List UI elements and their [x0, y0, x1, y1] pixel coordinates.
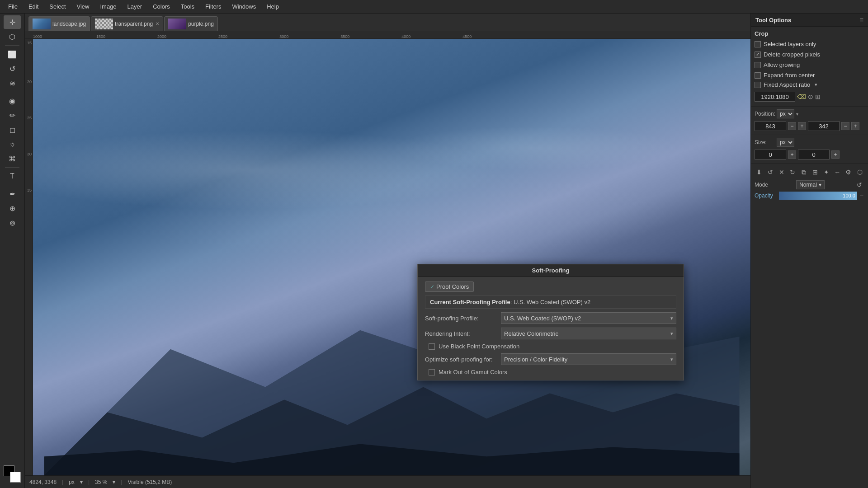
status-sep-3: | — [121, 479, 122, 485]
selected-layers-checkbox[interactable] — [755, 41, 761, 47]
size-h-input[interactable] — [798, 150, 830, 160]
download-icon[interactable]: ⬇ — [755, 167, 764, 177]
allow-growing-checkbox[interactable] — [755, 62, 761, 68]
size-unit-select[interactable]: px — [777, 138, 794, 147]
black-point-checkbox[interactable] — [429, 343, 435, 350]
tab-landscape[interactable]: landscape.jpg — [28, 16, 90, 31]
menu-edit[interactable]: Edit — [24, 2, 43, 11]
tab-purple[interactable]: purple.png — [164, 16, 218, 31]
menu-windows[interactable]: Windows — [227, 2, 260, 11]
layers-icon[interactable]: ⧉ — [799, 167, 809, 177]
opacity-minus-btn[interactable]: − — [859, 192, 864, 199]
menu-select[interactable]: Select — [45, 2, 70, 11]
zoom-dropdown[interactable]: ▾ — [113, 479, 115, 485]
position-x-minus[interactable]: − — [788, 122, 796, 130]
size-label: Size: — [755, 139, 775, 145]
smudge-tool[interactable]: ⌘ — [4, 152, 21, 165]
crop-tool[interactable]: ⬜ — [4, 47, 21, 61]
coordinates: 4824, 3348 — [29, 479, 57, 485]
rendering-select[interactable]: Relative Colorimetric ▾ — [501, 328, 676, 339]
erase-tool[interactable]: ◻ — [4, 123, 21, 136]
reset-icon[interactable]: ↺ — [766, 167, 775, 177]
settings-icon[interactable]: ⚙ — [844, 167, 854, 177]
toolbox: ✛ ⬡ ⬜ ↺ ≋ ◉ ✏ ◻ ☼ ⌘ T ✒ ⊕ ⊚ — [0, 14, 25, 488]
menu-view[interactable]: View — [72, 2, 94, 11]
mode-select[interactable]: Normal ▾ — [796, 180, 825, 189]
delete-cropped-checkbox[interactable] — [755, 52, 761, 58]
position-inputs-row: − + − + — [755, 119, 864, 133]
menu-file[interactable]: File — [4, 2, 22, 11]
tab-transparent[interactable]: transparent.png ✕ — [91, 16, 163, 31]
rotate-tool[interactable]: ↺ — [4, 62, 21, 75]
position-unit-select[interactable]: px — [777, 109, 794, 118]
opacity-slider[interactable]: 100,0 — [779, 192, 857, 200]
current-profile-value: U.S. Web Coated (SWOP) v2 — [514, 299, 590, 305]
copy-dimension-icon[interactable]: ⊙ — [808, 93, 813, 100]
dialog-titlebar[interactable]: Soft-Proofing — [418, 264, 684, 277]
position-y-minus[interactable]: − — [841, 122, 849, 130]
fixed-aspect-chevron[interactable]: ▾ — [815, 82, 817, 88]
expand-icon[interactable]: ⬡ — [855, 167, 864, 177]
position-label: Position: — [755, 111, 775, 117]
selected-layers-row: Selected layers only — [755, 40, 864, 48]
pencil-tool[interactable]: ✏ — [4, 108, 21, 122]
wand-icon[interactable]: ✦ — [821, 167, 831, 177]
color-picker-tool[interactable]: ✒ — [4, 187, 21, 201]
menu-layer[interactable]: Layer — [123, 2, 147, 11]
size-w-input[interactable] — [755, 150, 786, 160]
opacity-row: Opacity 100,0 − — [755, 191, 864, 201]
warp-tool[interactable]: ≋ — [4, 76, 21, 90]
mode-reset-icon[interactable]: ↺ — [854, 180, 864, 190]
tool-options-menu-btn[interactable]: ≡ — [860, 16, 863, 23]
dimension-row: ⌫ ⊙ ⊞ — [755, 90, 864, 103]
proof-colors-button[interactable]: ✓ Proof Colors — [425, 282, 474, 292]
align-tool[interactable]: ⬡ — [4, 30, 21, 43]
close-icon[interactable]: ✕ — [777, 167, 786, 177]
gamut-checkbox[interactable] — [429, 369, 435, 375]
paint-bucket-tool[interactable]: ◉ — [4, 94, 21, 108]
grid-icon[interactable]: ⊞ — [811, 167, 820, 177]
magnify-tool[interactable]: ⊕ — [4, 202, 21, 215]
rendering-row: Rendering Intent: Relative Colorimetric … — [425, 328, 676, 339]
menu-tools[interactable]: Tools — [176, 2, 199, 11]
visible-label: Visible (515,2 MB) — [127, 479, 172, 485]
measure-tool[interactable]: ⊚ — [4, 216, 21, 230]
fixed-aspect-checkbox[interactable] — [755, 82, 761, 88]
profile-select[interactable]: U.S. Web Coated (SWOP) v2 ▾ — [501, 312, 676, 324]
redo-icon[interactable]: ↻ — [788, 167, 797, 177]
position-y-input[interactable] — [808, 121, 840, 131]
size-w-plus[interactable]: + — [788, 150, 796, 159]
dimension-input[interactable] — [755, 92, 795, 102]
paste-dimension-icon[interactable]: ⊞ — [815, 93, 821, 100]
menu-help[interactable]: Help — [262, 2, 283, 11]
clear-dimension-icon[interactable]: ⌫ — [797, 93, 806, 100]
action-icons-row: ⬇ ↺ ✕ ↻ ⧉ ⊞ ✦ ← ⚙ ⬡ — [755, 165, 864, 179]
tab-close-transparent[interactable]: ✕ — [156, 21, 159, 26]
menu-image[interactable]: Image — [95, 2, 121, 11]
unit-dropdown[interactable]: ▾ — [80, 479, 83, 485]
move-tool[interactable]: ✛ — [4, 15, 21, 29]
status-bar: 4824, 3348 | px ▾ | 35 % ▾ | Visible (51… — [25, 475, 750, 488]
expand-center-checkbox[interactable] — [755, 72, 761, 79]
dodge-tool[interactable]: ☼ — [4, 137, 21, 151]
position-x-plus[interactable]: + — [798, 122, 806, 130]
arrow-back-icon[interactable]: ← — [833, 167, 842, 177]
menu-colors[interactable]: Colors — [148, 2, 175, 11]
size-h-plus[interactable]: + — [831, 150, 840, 159]
profile-row: Soft-proofing Profile: U.S. Web Coated (… — [425, 312, 676, 324]
canvas-wrapper: 15 20 25 30 35 — [25, 39, 750, 475]
position-x-input[interactable] — [755, 121, 786, 131]
menubar: File Edit Select View Image Layer Colors… — [0, 0, 868, 14]
profile-label: Soft-proofing Profile: — [425, 315, 497, 322]
position-y-plus[interactable]: + — [851, 122, 859, 130]
background-color[interactable] — [10, 472, 21, 483]
text-tool[interactable]: T — [4, 169, 21, 183]
menu-filters[interactable]: Filters — [201, 2, 226, 11]
position-row: Position: px ▾ — [755, 108, 864, 119]
tab-thumbnail-transparent — [95, 19, 113, 29]
optimize-select[interactable]: Precision / Color Fidelity ▾ — [501, 353, 676, 365]
status-sep-2: | — [88, 479, 90, 485]
fixed-aspect-row: Fixed Aspect ratio ▾ — [755, 81, 864, 88]
canvas-scroll[interactable]: Soft-Proofing ✓ Proof Colors Curren — [33, 39, 750, 475]
expand-center-label: Expand from center — [764, 72, 815, 79]
